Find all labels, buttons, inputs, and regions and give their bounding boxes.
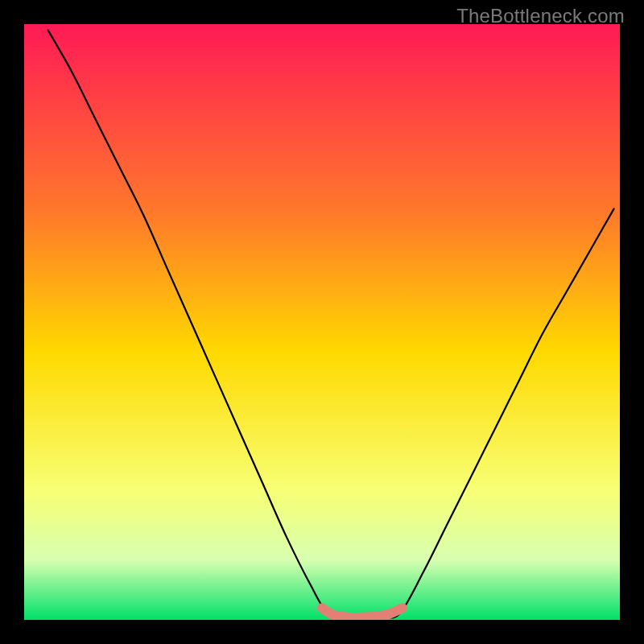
gradient-background	[24, 24, 620, 620]
chart-frame: TheBottleneck.com	[0, 0, 644, 644]
plot-area	[24, 24, 620, 620]
bottleneck-chart	[24, 24, 620, 620]
